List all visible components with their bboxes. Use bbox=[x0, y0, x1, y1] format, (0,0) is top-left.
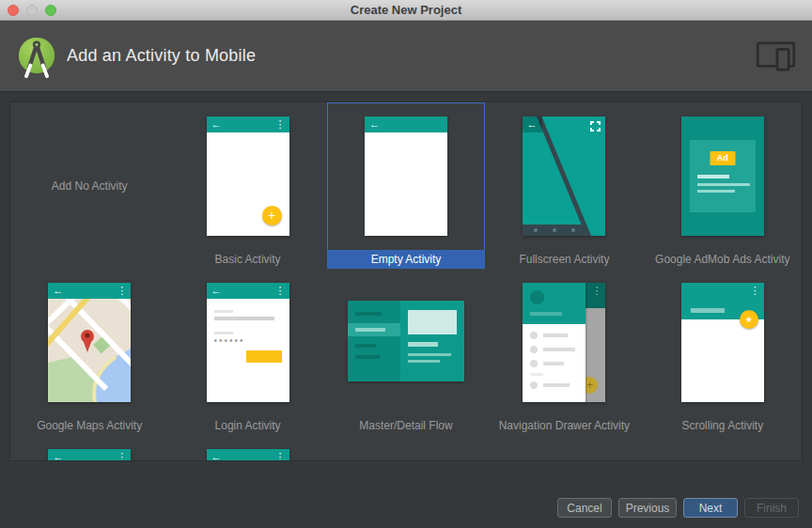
template-label: Fullscreen Activity bbox=[485, 250, 643, 269]
template-label: Google AdMob Ads Activity bbox=[644, 250, 802, 269]
macos-titlebar: Create New Project bbox=[0, 0, 812, 21]
back-arrow-icon: ← bbox=[369, 117, 380, 132]
back-arrow-icon: ← bbox=[526, 117, 537, 132]
cancel-button[interactable]: Cancel bbox=[557, 498, 612, 518]
diagonal-line bbox=[523, 116, 605, 236]
password-dots: •••••• bbox=[214, 335, 245, 346]
drawer-header bbox=[523, 283, 586, 324]
template-label: Navigation Drawer Activity bbox=[485, 416, 643, 435]
overflow-menu-icon: ⋮ bbox=[275, 117, 286, 132]
appbar: ← ⋮ bbox=[48, 283, 131, 299]
back-arrow-icon: ← bbox=[53, 284, 63, 298]
template-label: Master/Detail Flow bbox=[327, 416, 485, 435]
back-arrow-icon: ← bbox=[211, 284, 222, 298]
traffic-lights bbox=[8, 5, 56, 16]
template-label: Google Maps Activity bbox=[10, 416, 168, 435]
fullscreen-activity-thumbnail: ← bbox=[523, 116, 605, 236]
placeholder-line bbox=[543, 334, 568, 337]
placeholder-line bbox=[355, 344, 376, 348]
overflow-menu-icon: ⋮ bbox=[275, 284, 286, 298]
previous-button[interactable]: Previous bbox=[618, 498, 677, 518]
input-line bbox=[214, 317, 274, 320]
appbar: ← ⋮ bbox=[207, 449, 289, 461]
template-label: Basic Activity bbox=[168, 250, 326, 269]
back-arrow-icon: ← bbox=[53, 450, 63, 461]
login-activity-thumbnail: ← ⋮ •••••• bbox=[207, 283, 289, 402]
placeholder-line bbox=[214, 332, 233, 334]
placeholder-line bbox=[408, 360, 440, 363]
placeholder-line bbox=[697, 190, 735, 193]
template-partial-row3-b[interactable]: ← ⋮ bbox=[168, 435, 326, 461]
page-title: Add an Activity to Mobile bbox=[67, 46, 256, 66]
placeholder-line bbox=[543, 383, 570, 387]
android-studio-logo-icon bbox=[15, 35, 58, 78]
template-google-maps-activity[interactable]: ← ⋮ bbox=[10, 269, 168, 435]
placeholder-line bbox=[355, 355, 380, 359]
template-grid: Add No Activity ← ⋮ + Basic Activity bbox=[10, 102, 802, 461]
item-icon bbox=[530, 332, 538, 339]
avatar bbox=[530, 290, 544, 304]
dimmed-appbar: ⋮ bbox=[586, 283, 605, 308]
partial-thumbnail: ← ⋮ bbox=[207, 449, 289, 461]
template-label-selected: Empty Activity bbox=[327, 250, 485, 269]
window-title: Create New Project bbox=[0, 0, 812, 20]
partial-thumbnail: ← ⋮ bbox=[48, 449, 131, 461]
nav-drawer-thumbnail: + ⋮ bbox=[523, 283, 605, 402]
scrolling-activity-thumbnail: ⋮ ★ bbox=[681, 283, 764, 402]
detail-image-placeholder bbox=[408, 310, 457, 334]
wizard-content: Add No Activity ← ⋮ + Basic Activity bbox=[0, 91, 812, 528]
template-master-detail-flow[interactable]: Master/Detail Flow bbox=[327, 269, 485, 435]
template-navigation-drawer-activity[interactable]: + ⋮ bbox=[485, 269, 643, 435]
activity-template-gallery: Add No Activity ← ⋮ + Basic Activity bbox=[9, 101, 803, 461]
template-empty-activity[interactable]: ← Empty Activity bbox=[327, 102, 485, 269]
appbar: ← ⋮ bbox=[207, 116, 289, 132]
template-add-no-activity[interactable]: Add No Activity bbox=[10, 102, 168, 269]
placeholder-line bbox=[530, 312, 562, 316]
placeholder-line bbox=[355, 312, 382, 316]
template-fullscreen-activity[interactable]: ← Fullscreen Activity bbox=[485, 102, 643, 269]
title-line bbox=[691, 308, 725, 313]
back-arrow-icon: ← bbox=[211, 117, 222, 132]
appbar: ← bbox=[365, 116, 447, 132]
appbar-corner: ← bbox=[523, 116, 542, 132]
maps-activity-thumbnail: ← ⋮ bbox=[48, 283, 131, 402]
appbar: ← ⋮ bbox=[48, 449, 131, 461]
template-scrolling-activity[interactable]: ⋮ ★ Scrolling Activity bbox=[644, 269, 802, 435]
fab-plus-icon: + bbox=[262, 206, 282, 225]
admob-activity-thumbnail: Ad bbox=[681, 116, 764, 236]
overflow-menu-icon: ⋮ bbox=[275, 450, 286, 461]
drawer-subheader-line bbox=[530, 373, 543, 376]
template-label: Add No Activity bbox=[10, 179, 168, 193]
placeholder-line bbox=[697, 183, 750, 186]
item-icon bbox=[530, 346, 538, 353]
create-new-project-dialog: Create New Project Add an Activity to Mo… bbox=[0, 0, 812, 91]
sign-in-button-placeholder bbox=[246, 350, 282, 363]
wizard-footer: Cancel Previous Next Finish bbox=[557, 498, 799, 518]
template-login-activity[interactable]: ← ⋮ •••••• Login Activity bbox=[168, 269, 326, 435]
finish-button-disabled: Finish bbox=[744, 498, 799, 518]
basic-activity-thumbnail: ← ⋮ + bbox=[207, 116, 289, 236]
zoom-button[interactable] bbox=[45, 5, 56, 16]
mobile-tablet-form-factor-icon bbox=[756, 41, 797, 71]
template-label: Login Activity bbox=[168, 416, 326, 435]
empty-activity-thumbnail: ← bbox=[365, 116, 447, 236]
placeholder-line bbox=[355, 328, 385, 332]
placeholder-line bbox=[697, 175, 729, 179]
item-icon bbox=[530, 381, 538, 389]
overflow-menu-icon: ⋮ bbox=[117, 284, 127, 298]
fullscreen-icon bbox=[590, 121, 601, 132]
template-basic-activity[interactable]: ← ⋮ + Basic Activity bbox=[168, 102, 326, 269]
placeholder-line bbox=[408, 342, 438, 347]
ad-card: Ad bbox=[690, 140, 756, 212]
next-button[interactable]: Next bbox=[683, 498, 738, 518]
back-arrow-icon: ← bbox=[211, 450, 222, 461]
template-admob-ads-activity[interactable]: Ad Google AdMob Ads Activity bbox=[644, 102, 802, 269]
placeholder-line bbox=[543, 348, 575, 351]
placeholder-line bbox=[214, 310, 233, 313]
overflow-menu-icon: ⋮ bbox=[117, 450, 127, 461]
minimize-button bbox=[26, 5, 38, 16]
close-button[interactable] bbox=[8, 5, 19, 16]
ad-badge: Ad bbox=[710, 151, 735, 165]
placeholder-line bbox=[408, 353, 451, 356]
template-partial-row3-a[interactable]: ← ⋮ bbox=[10, 435, 168, 461]
